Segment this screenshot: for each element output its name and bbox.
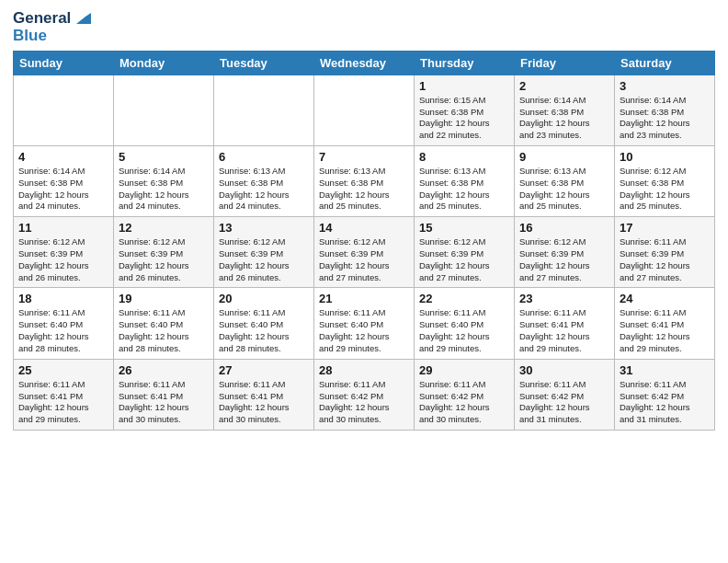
calendar-cell: 7Sunrise: 6:13 AM Sunset: 6:38 PM Daylig… <box>314 145 415 216</box>
day-info: Sunrise: 6:11 AM Sunset: 6:42 PM Dayligh… <box>419 379 509 426</box>
day-info: Sunrise: 6:15 AM Sunset: 6:38 PM Dayligh… <box>419 95 509 142</box>
calendar-week-row: 18Sunrise: 6:11 AM Sunset: 6:40 PM Dayli… <box>14 288 715 359</box>
day-info: Sunrise: 6:14 AM Sunset: 6:38 PM Dayligh… <box>519 95 609 142</box>
calendar-cell: 28Sunrise: 6:11 AM Sunset: 6:42 PM Dayli… <box>314 359 415 430</box>
day-info: Sunrise: 6:11 AM Sunset: 6:40 PM Dayligh… <box>419 307 509 354</box>
day-number: 15 <box>419 221 509 235</box>
day-number: 5 <box>119 150 209 164</box>
weekday-header-row: SundayMondayTuesdayWednesdayThursdayFrid… <box>14 51 715 75</box>
day-number: 20 <box>219 292 309 305</box>
header: General Blue <box>13 9 715 45</box>
day-number: 22 <box>419 292 509 305</box>
day-number: 25 <box>18 363 108 377</box>
day-number: 28 <box>319 363 409 377</box>
calendar-cell: 15Sunrise: 6:12 AM Sunset: 6:39 PM Dayli… <box>415 217 515 288</box>
day-info: Sunrise: 6:13 AM Sunset: 6:38 PM Dayligh… <box>319 166 409 213</box>
calendar-cell: 21Sunrise: 6:11 AM Sunset: 6:40 PM Dayli… <box>314 288 415 359</box>
weekday-header-tuesday: Tuesday <box>214 51 314 75</box>
logo-text-blue: Blue <box>13 28 91 45</box>
page: General Blue SundayMondayTuesdayWednesda… <box>0 0 728 443</box>
day-info: Sunrise: 6:12 AM Sunset: 6:39 PM Dayligh… <box>219 236 309 283</box>
calendar-week-row: 11Sunrise: 6:12 AM Sunset: 6:39 PM Dayli… <box>14 217 715 288</box>
day-number: 19 <box>119 292 209 305</box>
day-number: 3 <box>620 79 710 93</box>
calendar-cell: 24Sunrise: 6:11 AM Sunset: 6:41 PM Dayli… <box>615 288 715 359</box>
day-info: Sunrise: 6:11 AM Sunset: 6:40 PM Dayligh… <box>219 307 309 354</box>
calendar-cell: 14Sunrise: 6:12 AM Sunset: 6:39 PM Dayli… <box>314 217 415 288</box>
logo-text-general: General <box>13 10 71 28</box>
day-info: Sunrise: 6:12 AM Sunset: 6:38 PM Dayligh… <box>620 166 710 213</box>
day-number: 1 <box>419 79 509 93</box>
day-number: 11 <box>18 221 108 235</box>
day-number: 17 <box>620 221 710 235</box>
calendar-cell: 9Sunrise: 6:13 AM Sunset: 6:38 PM Daylig… <box>515 145 615 216</box>
day-info: Sunrise: 6:12 AM Sunset: 6:39 PM Dayligh… <box>319 236 409 283</box>
calendar-cell: 27Sunrise: 6:11 AM Sunset: 6:41 PM Dayli… <box>214 359 314 430</box>
calendar-cell <box>14 75 114 145</box>
day-number: 10 <box>620 150 710 164</box>
calendar-cell: 13Sunrise: 6:12 AM Sunset: 6:39 PM Dayli… <box>214 217 314 288</box>
calendar-cell <box>314 75 415 145</box>
day-number: 24 <box>620 292 710 305</box>
calendar-cell: 11Sunrise: 6:12 AM Sunset: 6:39 PM Dayli… <box>14 217 114 288</box>
calendar-cell: 17Sunrise: 6:11 AM Sunset: 6:39 PM Dayli… <box>615 217 715 288</box>
weekday-header-friday: Friday <box>515 51 615 75</box>
logo: General Blue <box>13 9 91 45</box>
calendar-cell: 6Sunrise: 6:13 AM Sunset: 6:38 PM Daylig… <box>214 145 314 216</box>
calendar-table: SundayMondayTuesdayWednesdayThursdayFrid… <box>13 51 715 431</box>
calendar-cell: 3Sunrise: 6:14 AM Sunset: 6:38 PM Daylig… <box>615 75 715 145</box>
weekday-header-sunday: Sunday <box>14 51 114 75</box>
day-info: Sunrise: 6:11 AM Sunset: 6:39 PM Dayligh… <box>620 236 710 283</box>
calendar-cell: 12Sunrise: 6:12 AM Sunset: 6:39 PM Dayli… <box>114 217 214 288</box>
calendar-cell: 25Sunrise: 6:11 AM Sunset: 6:41 PM Dayli… <box>14 359 114 430</box>
calendar-cell <box>214 75 314 145</box>
calendar-cell: 2Sunrise: 6:14 AM Sunset: 6:38 PM Daylig… <box>515 75 615 145</box>
day-info: Sunrise: 6:11 AM Sunset: 6:40 PM Dayligh… <box>319 307 409 354</box>
day-info: Sunrise: 6:12 AM Sunset: 6:39 PM Dayligh… <box>519 236 609 283</box>
weekday-header-wednesday: Wednesday <box>314 51 415 75</box>
calendar-cell: 23Sunrise: 6:11 AM Sunset: 6:41 PM Dayli… <box>515 288 615 359</box>
day-number: 30 <box>519 363 609 377</box>
day-number: 23 <box>519 292 609 305</box>
calendar-week-row: 25Sunrise: 6:11 AM Sunset: 6:41 PM Dayli… <box>14 359 715 430</box>
day-number: 18 <box>18 292 108 305</box>
logo-arrow-icon <box>73 9 91 28</box>
day-info: Sunrise: 6:11 AM Sunset: 6:40 PM Dayligh… <box>119 307 209 354</box>
day-number: 12 <box>119 221 209 235</box>
day-number: 21 <box>319 292 409 305</box>
day-info: Sunrise: 6:11 AM Sunset: 6:42 PM Dayligh… <box>519 379 609 426</box>
calendar-cell: 5Sunrise: 6:14 AM Sunset: 6:38 PM Daylig… <box>114 145 214 216</box>
calendar-cell: 18Sunrise: 6:11 AM Sunset: 6:40 PM Dayli… <box>14 288 114 359</box>
day-info: Sunrise: 6:11 AM Sunset: 6:41 PM Dayligh… <box>519 307 609 354</box>
calendar-cell: 4Sunrise: 6:14 AM Sunset: 6:38 PM Daylig… <box>14 145 114 216</box>
day-info: Sunrise: 6:11 AM Sunset: 6:41 PM Dayligh… <box>219 379 309 426</box>
day-number: 31 <box>620 363 710 377</box>
day-number: 9 <box>519 150 609 164</box>
calendar-week-row: 4Sunrise: 6:14 AM Sunset: 6:38 PM Daylig… <box>14 145 715 216</box>
day-number: 8 <box>419 150 509 164</box>
day-info: Sunrise: 6:12 AM Sunset: 6:39 PM Dayligh… <box>18 236 108 283</box>
day-number: 2 <box>519 79 609 93</box>
day-info: Sunrise: 6:11 AM Sunset: 6:42 PM Dayligh… <box>319 379 409 426</box>
calendar-cell: 8Sunrise: 6:13 AM Sunset: 6:38 PM Daylig… <box>415 145 515 216</box>
calendar-cell: 16Sunrise: 6:12 AM Sunset: 6:39 PM Dayli… <box>515 217 615 288</box>
calendar-cell: 26Sunrise: 6:11 AM Sunset: 6:41 PM Dayli… <box>114 359 214 430</box>
day-number: 4 <box>18 150 108 164</box>
calendar-cell: 30Sunrise: 6:11 AM Sunset: 6:42 PM Dayli… <box>515 359 615 430</box>
weekday-header-monday: Monday <box>114 51 214 75</box>
calendar-cell: 19Sunrise: 6:11 AM Sunset: 6:40 PM Dayli… <box>114 288 214 359</box>
day-info: Sunrise: 6:11 AM Sunset: 6:41 PM Dayligh… <box>620 307 710 354</box>
day-info: Sunrise: 6:12 AM Sunset: 6:39 PM Dayligh… <box>119 236 209 283</box>
day-number: 16 <box>519 221 609 235</box>
calendar-cell: 31Sunrise: 6:11 AM Sunset: 6:42 PM Dayli… <box>615 359 715 430</box>
calendar-cell: 20Sunrise: 6:11 AM Sunset: 6:40 PM Dayli… <box>214 288 314 359</box>
day-number: 27 <box>219 363 309 377</box>
calendar-cell <box>114 75 214 145</box>
calendar-cell: 10Sunrise: 6:12 AM Sunset: 6:38 PM Dayli… <box>615 145 715 216</box>
day-number: 14 <box>319 221 409 235</box>
calendar-cell: 1Sunrise: 6:15 AM Sunset: 6:38 PM Daylig… <box>415 75 515 145</box>
day-info: Sunrise: 6:13 AM Sunset: 6:38 PM Dayligh… <box>419 166 509 213</box>
day-info: Sunrise: 6:11 AM Sunset: 6:41 PM Dayligh… <box>18 379 108 426</box>
day-info: Sunrise: 6:14 AM Sunset: 6:38 PM Dayligh… <box>620 95 710 142</box>
day-number: 26 <box>119 363 209 377</box>
